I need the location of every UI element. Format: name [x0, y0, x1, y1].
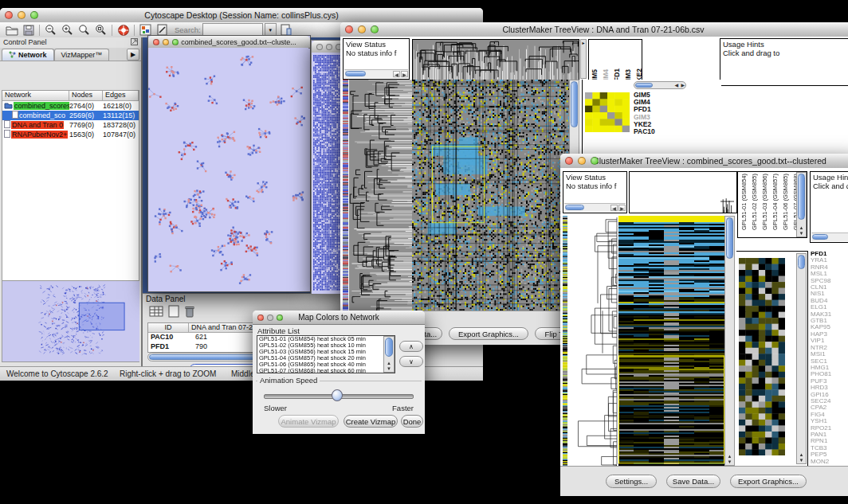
- zoom-fit-icon[interactable]: [93, 23, 108, 37]
- zoom-button[interactable]: [371, 25, 379, 33]
- close-button[interactable]: [345, 25, 353, 33]
- column-dendrogram-canvas[interactable]: [629, 171, 737, 213]
- minimize-button[interactable]: [578, 157, 586, 165]
- zoom-button[interactable]: [30, 11, 38, 19]
- open-folder-icon[interactable]: [4, 23, 19, 37]
- heatmap-canvas[interactable]: [618, 216, 724, 466]
- export-graphics-button[interactable]: Export Graphics...: [449, 327, 528, 340]
- create-vizmap-button[interactable]: Create Vizmap: [344, 415, 398, 428]
- new-attribute-icon[interactable]: [168, 305, 179, 321]
- scroll-up-icon[interactable]: ▲: [384, 361, 394, 365]
- network-row[interactable]: combined_scores 2764(0) 16218(0): [2, 101, 139, 111]
- close-button[interactable]: [153, 39, 159, 45]
- row-dendrogram-canvas[interactable]: [567, 216, 618, 466]
- network-view-titlebar[interactable]: combined_scores_good.txt--cluste...: [148, 36, 310, 49]
- close-button[interactable]: [316, 44, 323, 50]
- zoom-button[interactable]: [591, 157, 599, 165]
- horizontal-scrollbar[interactable]: ◀ ▶: [344, 69, 408, 78]
- move-up-button[interactable]: ∧: [399, 341, 423, 352]
- settings-button[interactable]: Settings...: [606, 475, 657, 488]
- animate-vizmap-button[interactable]: Animate Vizmap: [278, 415, 339, 428]
- zoom-button[interactable]: [172, 39, 179, 45]
- save-data-button[interactable]: Save Data...: [666, 475, 720, 488]
- network-overview-thumbnail[interactable]: [2, 280, 139, 362]
- tab-vizmapper[interactable]: VizMapper™: [54, 49, 110, 61]
- subview-vertical-scrollbar[interactable]: ▲ ▼: [796, 253, 807, 464]
- zoom-out-icon[interactable]: [43, 23, 58, 37]
- speed-slider-thumb[interactable]: [332, 389, 343, 401]
- minimize-button[interactable]: [358, 25, 366, 33]
- tab-network[interactable]: Network: [2, 49, 54, 61]
- heatmap-canvas[interactable]: [412, 80, 569, 311]
- network-row[interactable]: DNA and Tran 0 7769(0) 183728(0): [2, 120, 139, 130]
- minimize-button[interactable]: [267, 315, 273, 321]
- minimize-button[interactable]: [18, 11, 26, 19]
- network-row[interactable]: RNAPuberNov2+ 1563(0) 107847(0): [2, 130, 139, 139]
- network-tab-icon: [9, 51, 16, 60]
- scroll-right-icon[interactable]: ▶: [681, 83, 685, 88]
- scroll-down-icon[interactable]: ▼: [384, 366, 394, 371]
- window-controls: [5, 11, 38, 19]
- splitter-handle[interactable]: ▸: [580, 39, 587, 79]
- gene-label[interactable]: PAC10: [634, 128, 655, 135]
- edge-count: 16218(0): [103, 102, 139, 110]
- row-id: PAC10: [148, 333, 190, 342]
- save-icon[interactable]: [21, 23, 36, 37]
- network-graph-canvas[interactable]: [148, 48, 308, 290]
- gene-label[interactable]: MON2: [811, 459, 848, 465]
- scroll-up-icon[interactable]: ▲: [797, 452, 806, 457]
- treeview-dna-titlebar[interactable]: ClusterMaker TreeView : DNA and Tran 07-…: [340, 22, 848, 37]
- horizontal-scrollbar[interactable]: ◀ ▶: [564, 203, 626, 212]
- column-dendrogram-canvas[interactable]: [412, 39, 579, 80]
- float-panel-icon[interactable]: [131, 38, 138, 47]
- scroll-down-icon[interactable]: ▼: [797, 231, 806, 236]
- network-row-selected[interactable]: combined_sco 2569(6) 13112(15): [2, 111, 139, 120]
- scroll-right-icon[interactable]: ▶: [618, 205, 626, 211]
- delete-attribute-icon[interactable]: [184, 305, 195, 321]
- list-vertical-scrollbar[interactable]: ▲ ▼: [383, 336, 395, 373]
- cytoscape-titlebar[interactable]: Cytoscape Desktop (Session Name: collins…: [0, 8, 483, 23]
- close-button[interactable]: [565, 157, 573, 165]
- scroll-up-icon[interactable]: ▲: [725, 454, 734, 459]
- minimize-button[interactable]: [163, 39, 169, 45]
- column-header-nodes[interactable]: Nodes: [69, 91, 103, 101]
- done-button[interactable]: Done: [401, 415, 423, 428]
- help-lifering-icon[interactable]: [116, 23, 131, 37]
- column-header-edges[interactable]: Edges: [103, 91, 139, 101]
- scroll-down-icon[interactable]: ▼: [725, 459, 734, 464]
- table-mode-icon[interactable]: [149, 305, 163, 321]
- scroll-right-icon[interactable]: ▶: [401, 71, 408, 77]
- horizontal-scrollbar[interactable]: ◀ ▶: [634, 81, 686, 89]
- row-dendrogram-canvas[interactable]: [349, 80, 412, 311]
- global-row-strip-canvas[interactable]: [343, 80, 348, 311]
- vertical-scrollbar[interactable]: ▲ ▼: [724, 216, 735, 466]
- zoom-actual-icon[interactable]: [77, 23, 92, 37]
- export-graphics-button[interactable]: Export Graphics...: [730, 475, 807, 488]
- labels-vertical-scrollbar[interactable]: ▲ ▼: [796, 172, 807, 237]
- scroll-left-icon[interactable]: ◀: [610, 205, 618, 211]
- column-header-network[interactable]: Network: [2, 91, 69, 101]
- view-status-title: View Status: [346, 40, 406, 49]
- dialog-titlebar[interactable]: Map Colors to Network: [253, 311, 425, 325]
- view-status-text: No status info f: [566, 182, 624, 190]
- network-name: DNA and Tran 0: [11, 121, 64, 129]
- attribute-item[interactable]: GPL51-07 (GSM868) heat shock 60 min: [257, 368, 395, 373]
- scroll-left-icon[interactable]: ◀: [393, 71, 400, 77]
- scroll-left-icon[interactable]: ◀: [674, 83, 678, 88]
- zoom-button[interactable]: [277, 315, 283, 321]
- move-down-button[interactable]: ∨: [399, 356, 423, 367]
- zoom-pixels-canvas[interactable]: [739, 258, 785, 455]
- minimize-button[interactable]: [326, 44, 332, 50]
- scroll-up-icon[interactable]: ▲: [797, 225, 806, 230]
- more-tabs-button[interactable]: ▶: [127, 49, 139, 61]
- close-button[interactable]: [257, 315, 264, 321]
- zoom-in-icon[interactable]: [60, 23, 75, 37]
- close-button[interactable]: [5, 11, 13, 19]
- treeview-combined-titlebar[interactable]: ClusterMaker TreeView : combined_scores_…: [560, 154, 848, 169]
- scroll-down-icon[interactable]: ▼: [797, 458, 806, 463]
- zoom-matrix-canvas[interactable]: [585, 92, 630, 132]
- horizontal-scrollbar[interactable]: [811, 232, 848, 241]
- id-column-header[interactable]: ID: [148, 323, 189, 333]
- window-controls: [345, 25, 379, 33]
- attribute-listbox[interactable]: GPL51-01 (GSM854) heat shock 05 minGPL51…: [257, 335, 395, 373]
